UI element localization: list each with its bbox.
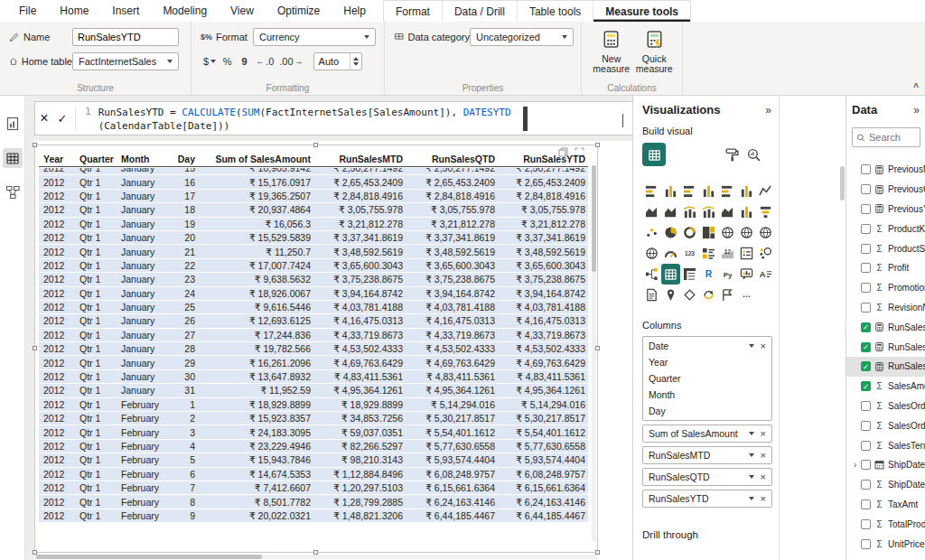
field-checkbox[interactable]: ✓ [861,322,871,332]
column-header-quarter[interactable]: Quarter [75,154,117,164]
chevron-down-icon[interactable] [749,453,754,457]
remove-field-icon[interactable]: × [761,341,766,351]
chevron-down-icon[interactable] [749,344,754,348]
column-header-runsalesmtd[interactable]: RunSalesMTD [315,154,407,164]
more-visuals-icon[interactable]: … [737,285,756,305]
scatter-chart-icon[interactable] [642,222,661,243]
well-field-quarter[interactable]: Quarter [643,370,771,387]
build-visual-tab[interactable] [642,143,666,166]
remove-field-icon[interactable]: × [761,429,766,439]
field-row-salesordernu[interactable]: ΣSalesOrderNu... [852,415,925,435]
tab-home[interactable]: Home [48,0,100,22]
field-row-shipdatekey[interactable]: ΣShipDateKey [852,475,925,495]
tab-table-tools[interactable]: Table tools [517,1,593,22]
field-row-runsalesqtd[interactable]: ✓RunSalesQTD [852,337,925,357]
chevron-down-icon[interactable] [749,432,754,435]
field-row-salesterritorykey[interactable]: ΣSalesTerritoryKey [852,435,925,455]
decimal-places-stepper[interactable]: Auto [313,52,362,70]
model-view-button[interactable] [3,182,23,202]
percent-format-button[interactable]: % [219,52,236,70]
field-row-productkey[interactable]: ΣProductKey [852,219,925,238]
decrease-decimal-button[interactable]: ←.0 [253,52,276,70]
thousands-separator-button[interactable]: 9 [236,52,253,70]
line-and-stacked-column-chart-icon[interactable] [680,201,699,222]
remove-field-icon[interactable]: × [761,494,766,504]
resize-handle-nw[interactable] [33,143,37,147]
column-header-month[interactable]: Month [117,154,167,164]
stacked-area-chart-icon[interactable] [661,201,680,222]
field-row-previousquarte[interactable]: PreviousQuarte... [852,180,925,200]
well-field-runsalesqtd[interactable]: RunSalesQTD× [642,468,772,486]
tab-optimize[interactable]: Optimize [266,0,332,22]
column-header-sum-of-salesamount[interactable]: Sum of SalesAmount [200,154,315,164]
column-header-year[interactable]: Year [39,154,75,164]
well-field-year[interactable]: Year [643,354,771,370]
report-view-button[interactable] [3,114,23,134]
funnel-chart-icon[interactable] [756,201,775,222]
table-icon[interactable] [661,264,680,285]
field-checkbox[interactable] [861,283,871,293]
tab-measure-tools[interactable]: Measure tools [593,1,690,22]
clustered-column-chart-icon[interactable] [699,181,718,201]
currency-format-button[interactable]: $ [201,52,219,70]
stepper-down-icon[interactable] [353,62,359,66]
well-field-runsalesmtd[interactable]: RunSalesMTD× [642,446,772,464]
gauge-icon[interactable] [661,243,680,264]
format-visual-tab[interactable] [721,144,743,165]
stacked-bar-chart-icon[interactable] [642,181,661,201]
field-row-runsalesmtd[interactable]: ✓RunSalesMTD [852,317,925,337]
field-row-previousmonth[interactable]: PreviousMonth... [852,160,925,180]
chevron-down-icon[interactable] [749,497,754,500]
tab-data-drill[interactable]: Data / Drill [442,1,517,22]
clustered-bar-chart-icon[interactable] [680,181,699,201]
home-table-select[interactable]: FactInternetSales [72,52,179,70]
collapse-ribbon-icon[interactable]: ^ [913,82,919,92]
tab-help[interactable]: Help [332,0,378,22]
field-checkbox[interactable] [861,480,871,490]
arcgis-map-icon[interactable] [661,285,680,305]
tab-format[interactable]: Format [384,1,442,22]
measure-name-input[interactable] [72,28,179,46]
kpi-icon[interactable]: 12 [718,243,737,264]
field-row-productstandar[interactable]: ΣProductStandar... [852,238,925,258]
search-input[interactable] [869,132,916,143]
tab-modeling[interactable]: Modeling [151,0,219,22]
collapse-panel-icon[interactable]: » [765,104,771,117]
r-script-visual-icon[interactable]: R [699,264,718,285]
resize-handle-n[interactable] [313,143,318,147]
well-field-month[interactable]: Month [643,387,771,403]
canvas-horizontal-scrollbar[interactable] [34,555,598,559]
resize-handle-w[interactable] [33,346,37,350]
key-influencers-icon[interactable] [756,243,775,264]
field-checkbox[interactable] [861,441,871,451]
field-checkbox[interactable]: ✓ [861,361,871,371]
field-checkbox[interactable] [861,519,871,529]
field-checkbox[interactable] [861,263,871,273]
field-checkbox[interactable] [861,499,871,509]
field-checkbox[interactable] [861,303,871,313]
field-checkbox[interactable] [861,539,871,549]
formula-bar[interactable]: × ✓ 1 RunSalesYTD = CALCULATE(SUM(FactIn… [34,101,632,135]
field-row-shipdate[interactable]: ›ShipDate [852,455,925,475]
field-checkbox[interactable] [861,401,871,411]
power-apps-icon[interactable] [680,285,699,305]
table-visual[interactable]: YearQuarterMonthDaySum of SalesAmountRun… [34,145,598,553]
table-vertical-scrollbar[interactable] [592,165,596,541]
field-checkbox[interactable]: ✓ [861,381,871,391]
analytics-tab[interactable] [743,144,764,165]
field-row-salesorderline[interactable]: ΣSalesOrderLine... [852,397,925,416]
resize-handle-ne[interactable] [595,143,600,147]
azure-map-icon[interactable] [642,243,661,264]
field-row-profit[interactable]: ΣProfit [852,258,925,278]
well-field-date[interactable]: Date× [643,338,771,354]
chevron-down-icon[interactable] [749,475,754,479]
scrollbar-thumb[interactable] [36,555,262,559]
waterfall-chart-icon[interactable] [737,201,756,222]
remove-field-icon[interactable]: × [761,472,766,482]
shape-map-icon[interactable] [756,222,775,243]
stacked-column-chart-icon[interactable] [661,181,680,201]
expand-chevron-icon[interactable]: › [854,461,861,470]
field-row-promotionkey[interactable]: ΣPromotionKey [852,278,925,298]
column-header-runsalesqtd[interactable]: RunSalesQTD [407,154,500,164]
stepper-up-icon[interactable] [353,57,359,61]
